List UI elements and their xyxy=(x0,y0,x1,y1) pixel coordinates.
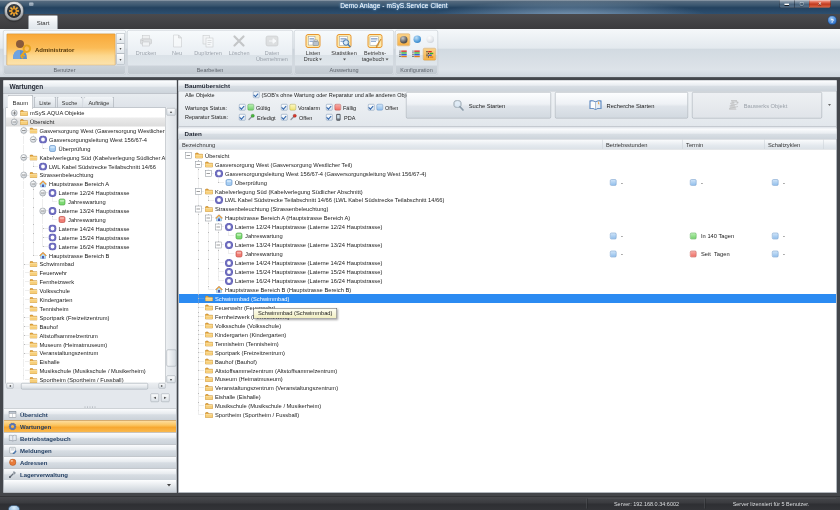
checkbox-checked[interactable] xyxy=(326,114,333,121)
sidebar-tree-row-gasversorgung-west-gasversorgung-westlic[interactable]: Gasversorgung West (Gasversorgung Westli… xyxy=(6,126,166,135)
checkbox-checked[interactable] xyxy=(281,104,288,111)
list-view-colored-2[interactable] xyxy=(410,48,422,60)
tab-start[interactable]: Start xyxy=(28,15,58,30)
ribbon-button-l-schen[interactable]: Löschen xyxy=(225,33,253,56)
ribbon-button-betriebs-tagebuch[interactable]: Betriebs-tagebuch xyxy=(361,33,389,63)
ribbon-button-listen-druck[interactable]: ListenDruck xyxy=(299,33,327,63)
filter-reparatur-erledigt[interactable]: Erledigt xyxy=(239,114,276,122)
table-row-kabelverlegung-süd-kabelverlegung-südlic[interactable]: Kabelverlegung Süd (Kabelverlegung Südli… xyxy=(179,187,836,196)
scroll-up-icon[interactable]: ▲ xyxy=(167,108,176,116)
nav-item-betriebstagebuch[interactable]: Betriebstagebuch xyxy=(4,432,176,445)
ribbon-button-daten-bernehmen[interactable]: DatenÜbernehmen xyxy=(256,33,288,63)
help-icon[interactable]: ? xyxy=(828,16,838,26)
collapse-icon[interactable] xyxy=(21,172,28,179)
table-row-übersicht[interactable]: Übersicht xyxy=(179,151,836,160)
filter-wartung-voralarm[interactable]: Voralarm xyxy=(281,104,320,111)
pager-left-icon[interactable]: ◄ xyxy=(151,394,160,403)
checkbox-checked[interactable] xyxy=(368,104,375,111)
expand-icon[interactable] xyxy=(11,110,18,117)
table-row-hauptstrasse-bereich-b-hauptstrasse-bere[interactable]: Hauptstrasse Bereich B (Hauptstrasse Ber… xyxy=(179,285,836,294)
table-row-kindergarten-kindergarten-[interactable]: Kindergarten (Kindergarten) xyxy=(179,330,836,339)
ribbon-button-duplizieren[interactable]: Duplizieren xyxy=(194,33,222,56)
sidebar-tree-row-laterne-12-24-hauptstrasse[interactable]: Laterne 12/24 Hauptstrasse xyxy=(6,189,166,198)
nav-item-übersicht[interactable]: Übersicht xyxy=(4,408,176,421)
sidebar-tree-row-hauptstrasse-bereich-a[interactable]: Hauptstrasse Bereich A xyxy=(6,180,166,189)
table-row-altstoffsammelzentrum-altstoffsammelzent[interactable]: Altstoffsammelzentrum (Altstoffsammelzen… xyxy=(179,366,836,375)
sidebar-tree-row-schwimmbad[interactable]: Schwimmbad xyxy=(6,260,166,269)
table-row-laterne-15-24-hauptstrasse-laterne-15-24[interactable]: Laterne 15/24 Hauptstrasse (Laterne 15/2… xyxy=(179,267,836,276)
sidebar-tree-row-laterne-14-24-hauptstrasse[interactable]: Laterne 14/24 Hauptstrasse xyxy=(6,224,166,233)
table-row-sportpark-freizeitzentrum-[interactable]: Sportpark (Freizeitzentrum) xyxy=(179,348,836,357)
nav-item-adressen[interactable]: Adressen xyxy=(4,456,176,469)
checkbox-checked[interactable] xyxy=(239,114,246,121)
action-button-recherche-starten[interactable]: Recherche Starten xyxy=(555,92,688,119)
table-row-laterne-13-24-hauptstrasse-laterne-13-24[interactable]: Laterne 13/24 Hauptstrasse (Laterne 13/2… xyxy=(179,241,836,250)
application-button[interactable] xyxy=(4,1,24,21)
tree-view-colored[interactable] xyxy=(423,48,436,61)
skin-blue-sphere[interactable] xyxy=(411,34,423,46)
sidebar-tree-row-hauptstrasse-bereich-b[interactable]: Hauptstrasse Bereich B xyxy=(6,251,166,260)
collapse-icon[interactable] xyxy=(205,215,212,222)
table-row-schwimmbad-schwimmbad-[interactable]: Schwimmbad (Schwimmbad) xyxy=(179,294,836,303)
sidebar-tree-row-laterne-13-24-hauptstrasse[interactable]: Laterne 13/24 Hauptstrasse xyxy=(6,206,166,215)
ribbon-button-neu[interactable]: Neu xyxy=(163,33,191,56)
table-row-überprüfung[interactable]: Überprüfung--- xyxy=(179,178,836,187)
action-button-bauwerks-objekt[interactable]: Bauwerks Objekt xyxy=(692,92,822,119)
filter-reparatur-pda[interactable]: PDA xyxy=(326,114,355,122)
sidebar-tree-row-volksschule[interactable]: Volksschule xyxy=(6,287,166,296)
ribbon-button-statistiken-[interactable]: Statistiken xyxy=(330,33,358,63)
skin-light-sphere[interactable] xyxy=(424,34,436,46)
sidebar-tree-row-altstoffsammelzentrum[interactable]: Altstoffsammelzentrum xyxy=(6,331,166,340)
gallery-up-icon[interactable]: ▲ xyxy=(117,33,125,44)
collapse-icon[interactable] xyxy=(30,136,37,143)
table-row-bauhof-bauhof-[interactable]: Bauhof (Bauhof) xyxy=(179,357,836,366)
table-row-gasversorgung-west-gasversorgung-westlic[interactable]: Gasversorgung West (Gasversorgung Westli… xyxy=(179,160,836,169)
sidebar-tree-row-laterne-15-24-hauptstrasse[interactable]: Laterne 15/24 Hauptstrasse xyxy=(6,233,166,242)
sidebar-tree-hscrollbar[interactable]: ◄ ► xyxy=(6,383,166,390)
scroll-down-icon[interactable]: ▼ xyxy=(167,376,176,384)
collapse-icon[interactable] xyxy=(21,127,28,134)
collapse-icon[interactable] xyxy=(30,181,37,188)
collapse-icon[interactable] xyxy=(11,119,18,126)
scroll-left-icon[interactable]: ◄ xyxy=(7,383,14,389)
sidebar-tree-row-fernheizwerk[interactable]: Fernheizwerk xyxy=(6,278,166,287)
list-view-colored[interactable] xyxy=(397,48,409,60)
checkbox-checked[interactable] xyxy=(253,92,260,99)
sidebar-tree-row-msys-aqua-objekte[interactable]: mSyS.AQUA Objekte xyxy=(6,109,166,118)
skin-dark-sphere[interactable] xyxy=(397,34,410,47)
filter-wartung-gültig[interactable]: Gültig xyxy=(239,104,270,111)
user-gallery-selected-item[interactable]: Administrator xyxy=(7,34,116,66)
column-header-termin[interactable]: Termin xyxy=(683,140,765,150)
collapse-icon[interactable] xyxy=(21,154,28,161)
table-row-laterne-14-24-hauptstrasse-laterne-14-24[interactable]: Laterne 14/24 Hauptstrasse (Laterne 14/2… xyxy=(179,258,836,267)
sidebar-tree-row-eishalle[interactable]: Eishalle xyxy=(6,358,166,367)
table-row-museum-heimatmuseum-[interactable]: Museum (Heimatmuseum) xyxy=(179,375,836,384)
table-row-sportheim-sportheim-fussball-[interactable]: Sportheim (Sportheim / Fussball) xyxy=(179,411,836,420)
column-header-betriebsstunden[interactable]: Betriebsstunden xyxy=(603,140,683,150)
sidebar-tree-row-jahreswartung[interactable]: Jahreswartung xyxy=(6,215,166,224)
table-row-jahreswartung[interactable]: Jahreswartung-Seit Tagen- xyxy=(179,249,836,258)
quick-access-toolbar[interactable] xyxy=(29,3,34,7)
collapse-icon[interactable] xyxy=(195,206,202,213)
table-row-volksschule-volksschule-[interactable]: Volksschule (Volksschule) xyxy=(179,321,836,330)
checkbox-checked[interactable] xyxy=(281,114,288,121)
sidebar-tree-row-jahreswartung[interactable]: Jahreswartung xyxy=(6,198,166,207)
sidebar-tree-row-feuerwehr[interactable]: Feuerwehr xyxy=(6,269,166,278)
gallery-dropdown-icon[interactable]: ▼ xyxy=(117,54,125,65)
nav-overflow-chevron-icon[interactable] xyxy=(167,484,171,487)
sidebar-tree-row-tennisheim[interactable]: Tennisheim xyxy=(6,304,166,313)
checkbox-checked[interactable] xyxy=(326,104,333,111)
sidebar-tree-row-musikschule-musikschule-musikerheim-[interactable]: Musikschule (Musikschule / Musikerheim) xyxy=(6,367,166,376)
hscroll-thumb[interactable] xyxy=(21,383,148,390)
collapse-icon[interactable] xyxy=(40,208,47,215)
checkbox-checked[interactable] xyxy=(239,104,246,111)
table-row-hauptstrasse-bereich-a-hauptstrasse-bere[interactable]: Hauptstrasse Bereich A (Hauptstrasse Ber… xyxy=(179,214,836,223)
sidebar-tree-vscrollbar[interactable]: ▲ ▼ xyxy=(166,108,176,384)
nav-item-wartungen[interactable]: Wartungen xyxy=(4,420,176,433)
pager-right-icon[interactable]: ► xyxy=(161,394,170,403)
sidebar-tree-row-übersicht[interactable]: Übersicht xyxy=(6,117,166,126)
close-button[interactable]: ✕ xyxy=(809,0,831,8)
collapse-icon[interactable] xyxy=(185,152,192,159)
collapse-icon[interactable] xyxy=(195,188,202,195)
sidebar-tree-row-sportpark-freizeitzentrum-[interactable]: Sportpark (Freizeitzentrum) xyxy=(6,313,166,322)
